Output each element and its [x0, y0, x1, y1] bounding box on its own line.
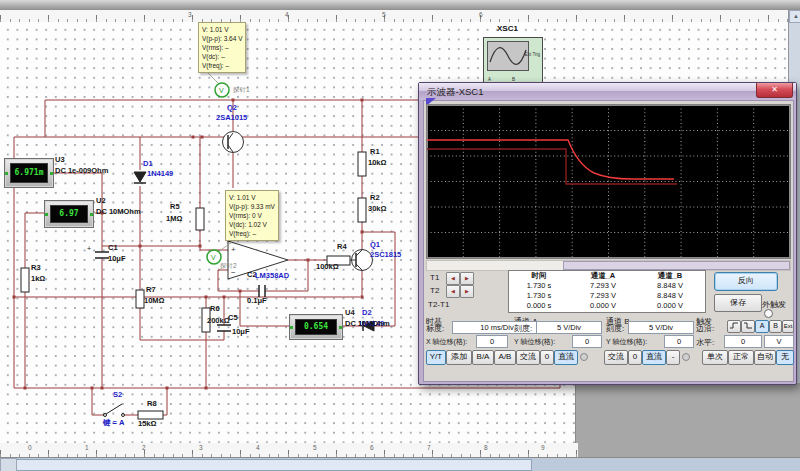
- falling-edge-icon[interactable]: [741, 320, 755, 333]
- trigger-none-button[interactable]: 无: [776, 350, 794, 365]
- ruler-number: 3: [199, 444, 203, 451]
- table-row: 1.730 s 7.293 V 8.848 V: [509, 291, 705, 301]
- scope-screen[interactable]: [426, 104, 791, 259]
- resistor-r8[interactable]: [138, 411, 163, 419]
- scope-scrollbar-thumb[interactable]: [563, 261, 790, 270]
- channel-a-pos-value[interactable]: 0: [572, 335, 602, 348]
- meter-terminal: [45, 213, 48, 216]
- u4-ref: U4: [345, 309, 355, 317]
- trigger-source-a[interactable]: A: [755, 320, 769, 333]
- channel-b-pos-value[interactable]: 0: [664, 335, 694, 348]
- r6-value: 200kΩ: [207, 317, 230, 325]
- channel-b-minus-button[interactable]: -: [666, 350, 680, 365]
- resistor-r7[interactable]: [136, 290, 144, 308]
- ruler-number: 1: [85, 444, 89, 451]
- r8-ref: R8: [147, 400, 157, 408]
- resistor-r3[interactable]: [21, 268, 29, 292]
- channel-a-ac-button[interactable]: 交流: [516, 350, 540, 365]
- tooltip-line: V(freq): –: [202, 61, 242, 70]
- tooltip-line: V(freq): –: [229, 229, 275, 238]
- reverse-button[interactable]: 反向: [714, 272, 778, 291]
- c1-value: 10μF: [108, 255, 126, 263]
- channel-b-ac-button[interactable]: 交流: [604, 350, 628, 365]
- mode-ba-button[interactable]: B/A: [472, 350, 494, 365]
- trigger-level-unit[interactable]: V: [764, 335, 794, 348]
- trigger-normal-button[interactable]: 正常: [728, 350, 754, 365]
- probe1-tooltip: V: 1.01 V V(p-p): 3.64 V V(rms): – V(dc)…: [198, 22, 246, 73]
- ruler-number: 5: [313, 444, 317, 451]
- oscilloscope-icon-screen: [487, 41, 529, 71]
- scrollbar-corner: [0, 458, 17, 471]
- close-icon[interactable]: ✕: [756, 83, 793, 98]
- ammeter-u3[interactable]: 6.971m: [4, 158, 54, 188]
- voltmeter-u4[interactable]: 0.654: [289, 314, 343, 340]
- t1-right-icon[interactable]: ▶: [460, 272, 474, 285]
- mode-ab-button[interactable]: A/B: [494, 350, 516, 365]
- c1-plus-mark: +: [87, 245, 91, 252]
- trigger-level-value[interactable]: 0: [724, 335, 762, 348]
- trigger-auto-button[interactable]: 自动: [754, 350, 776, 365]
- save-button[interactable]: 保存: [714, 294, 762, 312]
- meter-terminal: [339, 326, 342, 329]
- t2-left-icon[interactable]: ◀: [446, 285, 460, 298]
- scroll-up-icon[interactable]: ▲: [789, 10, 800, 23]
- timebase-pos-value[interactable]: 0: [476, 335, 508, 348]
- resistor-r5[interactable]: [196, 208, 204, 230]
- probe-2[interactable]: V: [207, 250, 221, 264]
- resistor-r2[interactable]: [358, 198, 366, 222]
- ruler-number: 0: [28, 444, 32, 451]
- ruler-number: 7: [427, 444, 431, 451]
- r3-ref: R3: [31, 264, 41, 272]
- tooltip-line: V: 1.01 V: [202, 25, 242, 34]
- t1-left-icon[interactable]: ◀: [446, 272, 460, 285]
- rising-edge-icon[interactable]: [727, 320, 741, 333]
- timebase-scale-label: 标度:: [426, 323, 444, 334]
- trigger-source-b[interactable]: B: [769, 320, 782, 333]
- svg-text:V: V: [219, 87, 224, 94]
- channel-a-scale-label: 刻度:: [514, 323, 532, 334]
- probe-1[interactable]: V: [215, 83, 229, 97]
- transistor-q2[interactable]: [223, 132, 244, 153]
- channel-b-scale-label: 刻度:: [606, 323, 624, 334]
- d1-part: 1N4149: [147, 170, 173, 178]
- scope-grid: [427, 105, 790, 258]
- channel-b-pos-label: Y 轴位移(格):: [606, 337, 647, 347]
- voltmeter-u2[interactable]: 6.97: [44, 200, 94, 228]
- r1-ref: R1: [370, 148, 380, 156]
- ext-trig-label: Ext Trig: [525, 52, 540, 57]
- channel-b-zero-button[interactable]: 0: [628, 350, 642, 365]
- switch-s2[interactable]: [104, 404, 125, 417]
- horizontal-scrollbar-thumb[interactable]: [16, 459, 532, 471]
- ruler-number: 9: [541, 444, 545, 451]
- ruler-number: 2: [142, 444, 146, 451]
- oscilloscope-icon[interactable]: Ext Trig A B: [483, 37, 543, 84]
- r7-value: 10MΩ: [144, 297, 165, 305]
- diode-d1[interactable]: [134, 172, 146, 183]
- resistor-r1[interactable]: [358, 152, 366, 176]
- mode-yt-button[interactable]: Y/T: [426, 350, 446, 365]
- t2-right-icon[interactable]: ▶: [460, 285, 474, 298]
- col-channel-a: 通道_A: [569, 271, 637, 281]
- r4-ref: R4: [337, 243, 347, 251]
- trigger-source-ext[interactable]: Ext: [782, 320, 794, 333]
- ext-trigger-radio[interactable]: [764, 309, 773, 318]
- channel-a-dc-button[interactable]: 直流: [554, 350, 578, 365]
- channel-a-zero-button[interactable]: 0: [540, 350, 554, 365]
- meter-terminal: [290, 326, 293, 329]
- c5-ref: C5: [228, 314, 238, 322]
- trigger-single-button[interactable]: 单次: [702, 350, 728, 365]
- trigger-edge-label: 边沿:: [696, 323, 714, 334]
- channel-b-dc-button[interactable]: 直流: [642, 350, 666, 365]
- r2-value: 30kΩ: [368, 205, 387, 213]
- q1-ref: Q1: [370, 241, 380, 249]
- mode-add-button[interactable]: 添加: [446, 350, 472, 365]
- channel-b-led: [682, 353, 690, 361]
- u2-ref: U2: [96, 197, 106, 205]
- channel-b-scale-value[interactable]: 5 V/Div: [628, 321, 694, 334]
- channel-a-pos-label: Y 轴位移(格):: [514, 337, 555, 347]
- channel-a-scale-value[interactable]: 5 V/Div: [536, 321, 602, 334]
- oscilloscope-titlebar[interactable]: 示波器-XSC1: [419, 83, 796, 100]
- oscilloscope-window[interactable]: 示波器-XSC1 ✕ T1 ◀ ▶ T2 ◀ ▶ T2-T1: [418, 82, 797, 385]
- meter-terminal: [5, 172, 8, 175]
- u1a-part: LM358AD: [255, 272, 289, 280]
